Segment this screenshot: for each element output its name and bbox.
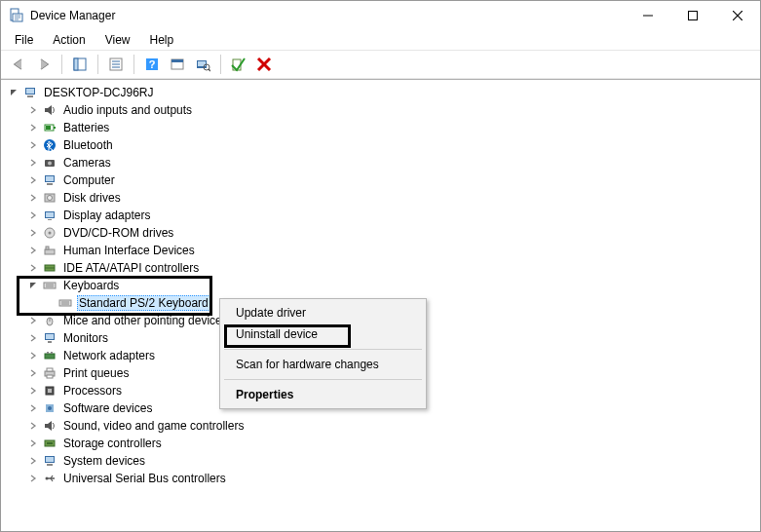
tree-root[interactable]: DESKTOP-DCJ96RJ (3, 84, 760, 101)
tree-category[interactable]: Audio inputs and outputs (3, 101, 760, 119)
tree-root-label: DESKTOP-DCJ96RJ (42, 85, 155, 100)
chevron-down-icon[interactable] (7, 86, 20, 99)
tree-category[interactable]: Display adapters (3, 207, 760, 224)
menu-view[interactable]: View (97, 32, 138, 48)
category-icon (42, 313, 57, 328)
tree-category[interactable]: Human Interface Devices (3, 242, 760, 259)
toolbar-separator (61, 55, 62, 74)
category-icon (42, 243, 57, 258)
category-icon (42, 190, 57, 206)
chevron-right-icon[interactable] (26, 437, 40, 450)
category-icon (42, 436, 57, 451)
help-button[interactable]: ? (140, 53, 164, 76)
category-icon (42, 365, 57, 381)
tree-category-label: Batteries (61, 120, 111, 135)
svg-rect-57 (45, 354, 55, 359)
chevron-right-icon[interactable] (26, 331, 40, 345)
scan-button[interactable] (191, 53, 214, 76)
svg-rect-38 (46, 212, 54, 217)
context-menu-scan-hardware[interactable]: Scan for hardware changes (222, 354, 424, 375)
category-icon (42, 418, 57, 434)
tree-category[interactable]: Sound, video and game controllers (3, 417, 760, 435)
svg-rect-55 (46, 334, 54, 339)
tree-category-label: Audio inputs and outputs (61, 102, 194, 118)
svg-line-19 (209, 69, 210, 71)
chevron-right-icon[interactable] (26, 244, 40, 257)
enable-button[interactable] (227, 53, 250, 76)
context-menu-properties[interactable]: Properties (222, 384, 424, 405)
tree-category[interactable]: Keyboards (3, 277, 760, 294)
maximize-button[interactable] (670, 1, 715, 30)
menu-action[interactable]: Action (45, 32, 93, 48)
tree-category[interactable]: Storage controllers (3, 435, 760, 452)
svg-point-36 (48, 196, 53, 201)
chevron-right-icon[interactable] (26, 226, 40, 240)
svg-rect-39 (48, 219, 52, 220)
menu-help[interactable]: Help (142, 32, 182, 48)
tree-category[interactable]: DVD/CD-ROM drives (3, 224, 760, 242)
tree-category-label: Display adapters (61, 208, 152, 223)
chevron-right-icon[interactable] (26, 209, 40, 222)
minimize-button[interactable] (626, 1, 670, 30)
close-button[interactable] (715, 1, 760, 30)
tree-category[interactable]: IDE ATA/ATAPI controllers (3, 259, 760, 277)
chevron-right-icon[interactable] (26, 138, 40, 152)
properties-button[interactable] (104, 53, 128, 76)
device-tree[interactable]: DESKTOP-DCJ96RJ Audio inputs and outputs… (1, 80, 760, 491)
context-menu-uninstall-device[interactable]: Uninstall device (222, 323, 424, 345)
context-menu-update-driver[interactable]: Update driver (222, 302, 424, 323)
category-icon (42, 400, 57, 416)
chevron-right-icon[interactable] (26, 121, 40, 134)
chevron-right-icon[interactable] (26, 261, 40, 275)
toolbar-separator (220, 55, 221, 74)
tree-category-label: Cameras (61, 155, 113, 171)
svg-rect-71 (47, 464, 53, 466)
svg-point-41 (49, 232, 52, 235)
svg-point-29 (44, 139, 56, 151)
forward-button[interactable] (32, 53, 56, 76)
chevron-right-icon[interactable] (26, 314, 40, 327)
uninstall-button[interactable] (252, 53, 276, 76)
category-icon (42, 155, 57, 171)
chevron-right-icon[interactable] (26, 173, 40, 187)
tree-category[interactable]: Universal Serial Bus controllers (3, 470, 760, 487)
tree-category[interactable]: Disk drives (3, 189, 760, 207)
tree-category[interactable]: System devices (3, 452, 760, 470)
tree-category-label: Keyboards (61, 278, 121, 293)
category-icon (42, 208, 57, 223)
category-icon (42, 102, 57, 118)
tree-category-label: Universal Serial Bus controllers (61, 471, 228, 486)
chevron-right-icon[interactable] (26, 384, 40, 398)
category-icon (42, 348, 57, 363)
category-icon (42, 260, 57, 276)
chevron-right-icon[interactable] (26, 156, 40, 170)
tree-category[interactable]: Batteries (3, 119, 760, 136)
menu-file[interactable]: File (7, 32, 41, 48)
tree-category-label: Bluetooth (61, 137, 115, 153)
back-button[interactable] (7, 53, 30, 76)
chevron-right-icon[interactable] (26, 191, 40, 205)
show-hide-tree-button[interactable] (68, 53, 92, 76)
window-controls (626, 1, 760, 30)
chevron-right-icon[interactable] (26, 103, 40, 117)
svg-rect-15 (171, 59, 183, 62)
svg-rect-3 (689, 12, 698, 20)
svg-rect-34 (47, 183, 53, 185)
svg-rect-24 (26, 89, 34, 94)
svg-rect-49 (59, 300, 71, 306)
chevron-right-icon[interactable] (26, 349, 40, 362)
chevron-right-icon[interactable] (26, 366, 40, 380)
chevron-down-icon[interactable] (26, 279, 40, 292)
tree-category[interactable]: Computer (3, 171, 760, 189)
action-button[interactable] (166, 53, 189, 76)
svg-rect-25 (27, 95, 33, 97)
chevron-right-icon[interactable] (26, 401, 40, 415)
chevron-right-icon[interactable] (26, 472, 40, 485)
svg-rect-56 (48, 341, 52, 343)
chevron-right-icon[interactable] (26, 454, 40, 468)
chevron-right-icon[interactable] (26, 419, 40, 433)
tree-category-label: DVD/CD-ROM drives (61, 225, 175, 241)
svg-rect-28 (46, 126, 51, 130)
tree-category[interactable]: Cameras (3, 154, 760, 171)
tree-category[interactable]: Bluetooth (3, 136, 760, 154)
